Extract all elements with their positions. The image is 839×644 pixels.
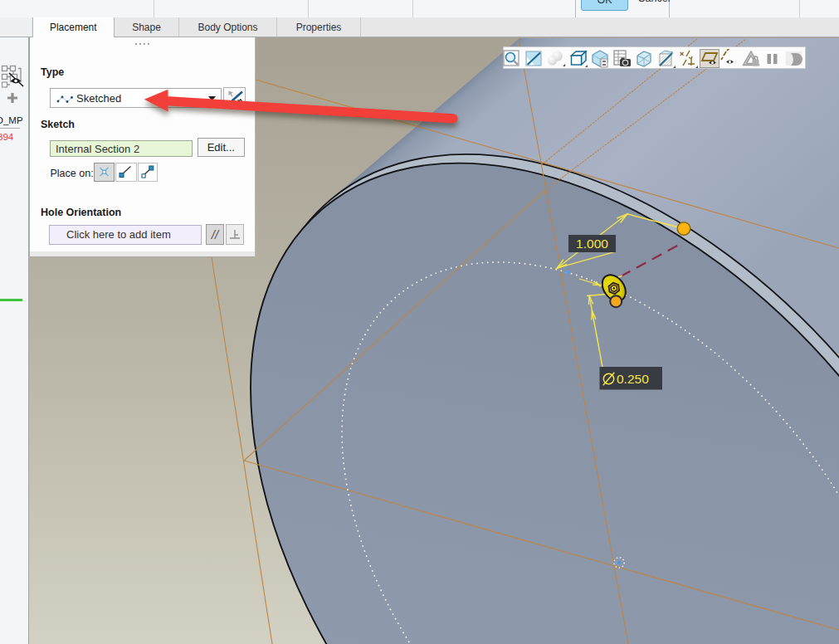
svg-text:1.000: 1.000: [576, 237, 608, 251]
svg-text:0.250: 0.250: [617, 372, 649, 386]
svg-text:×: ×: [680, 50, 684, 58]
